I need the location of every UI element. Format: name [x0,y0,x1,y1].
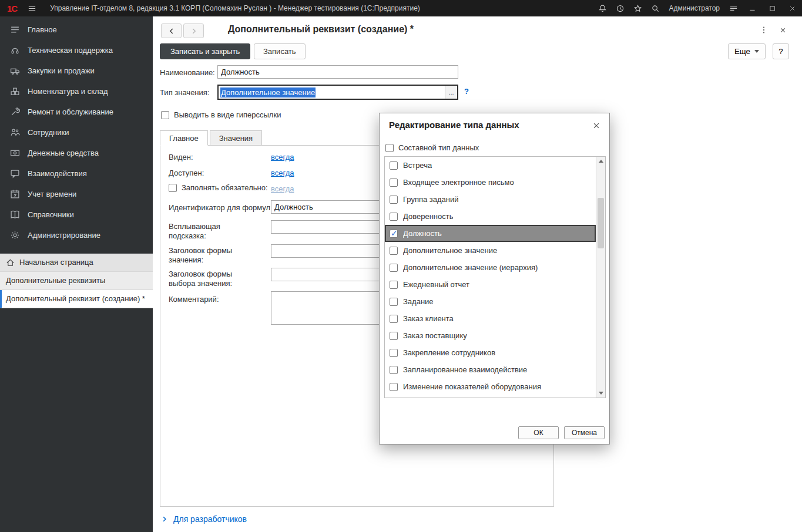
type-item-checkbox[interactable] [390,196,398,204]
type-list-item[interactable]: Доверенность [385,208,596,225]
type-list-item[interactable]: Ежедневный отчет [385,276,596,293]
value-form-title-label: Заголовок формы значения: [169,246,246,265]
forward-button[interactable] [183,23,204,38]
type-item-checkbox[interactable] [390,161,398,170]
save-button[interactable]: Записать [254,43,306,59]
main-menu-button[interactable] [23,0,41,16]
boxes-icon [10,86,20,96]
value-type-choose-button[interactable]: ... [445,86,457,99]
list-scrollbar[interactable] [596,157,605,398]
type-list-item[interactable]: Должность [385,225,596,242]
type-list-item[interactable]: Изменение показателей оборудования [385,378,596,395]
type-item-checkbox[interactable] [390,213,398,221]
sidebar-item-time-tracking[interactable]: Учет времени [0,184,153,204]
dialog-title: Редактирование типа данных [389,120,519,130]
type-list-item[interactable]: Задание [385,293,596,310]
sidebar-item-purchases-sales[interactable]: Закупки и продажи [0,60,153,81]
type-list-item[interactable]: Заказ клиента [385,310,596,327]
cancel-button[interactable]: Отмена [564,426,605,439]
type-item-checkbox[interactable] [390,179,398,187]
type-item-checkbox[interactable] [390,298,398,306]
required-label: Заполнять обязательно: [182,183,268,192]
current-user[interactable]: Администратор [664,4,724,12]
value-type-input[interactable]: Дополнительное значение ... [217,85,458,100]
sidebar-item-tech-support[interactable]: Техническая поддержка [0,40,153,60]
sidebar-item-label: Денежные средства [28,149,99,157]
titlebar-right: Администратор [593,0,802,16]
hamburger-icon [28,4,36,13]
type-item-checkbox[interactable] [390,230,398,238]
required-checkbox[interactable] [169,184,177,192]
tab-values[interactable]: Значения [210,130,262,146]
open-window-additional-attribute-create[interactable]: Дополнительный реквизит (создание) * [0,290,153,308]
sidebar-item-administration[interactable]: Администрирование [0,225,153,245]
type-list-item[interactable]: Заказ поставщику [385,327,596,344]
hyperlink-checkbox[interactable] [161,111,169,119]
required-value-link[interactable]: всегда [271,184,294,193]
ok-button[interactable]: ОК [518,426,559,439]
sidebar-item-nomenclature-warehouse[interactable]: Номенклатура и склад [0,81,153,102]
back-button[interactable] [161,23,182,38]
type-list-item[interactable]: Инвентаризация [385,395,596,398]
sidebar-item-main[interactable]: Главное [0,19,153,40]
name-input[interactable] [217,65,458,79]
visible-value-link[interactable]: всегда [271,153,294,161]
type-item-checkbox[interactable] [390,366,398,374]
choice-form-title-label: Заголовок формы выбора значения: [169,270,246,289]
people-icon [10,127,20,137]
minimize-icon [749,5,756,12]
maximize-button[interactable] [762,0,782,16]
sidebar-item-label: Сотрудники [28,128,69,137]
help-button[interactable]: ? [773,43,789,59]
scrollbar-thumb[interactable] [598,198,604,248]
type-list-item[interactable]: Группа заданий [385,191,596,208]
name-label: Наименование: [160,68,215,77]
type-list-item[interactable]: Встреча [385,157,596,174]
form-close-button[interactable] [776,23,789,36]
home-page-item[interactable]: Начальная страница [0,254,153,272]
value-type-help-link[interactable]: ? [464,87,469,96]
page-title: Дополнительный реквизит (создание) * [228,24,414,35]
more-button[interactable]: Еще [728,43,766,59]
type-item-checkbox[interactable] [390,315,398,323]
type-item-checkbox[interactable] [390,349,398,357]
type-list-item[interactable]: Входящее электронное письмо [385,174,596,191]
open-window-label: Начальная страница [19,258,93,267]
type-item-checkbox[interactable] [390,264,398,272]
scrollbar-down-button[interactable] [596,389,605,398]
notifications-button[interactable] [593,0,611,16]
sidebar-item-catalogs[interactable]: Справочники [0,204,153,225]
for-developers-expander[interactable]: Для разработчиков [161,514,247,524]
type-list-item[interactable]: Запланированное взаимодействие [385,361,596,378]
dialog-close-button[interactable] [590,120,602,132]
sidebar-item-money[interactable]: Денежные средства [0,143,153,163]
composite-type-checkbox[interactable] [385,144,394,152]
type-list-item[interactable]: Дополнительное значение (иерархия) [385,259,596,276]
type-item-checkbox[interactable] [390,247,398,255]
type-item-checkbox[interactable] [390,332,398,340]
history-button[interactable] [611,0,629,16]
favorites-button[interactable] [629,0,646,16]
type-list-item[interactable]: Дополнительное значение [385,242,596,259]
available-value-link[interactable]: всегда [271,169,294,177]
main-section-icon [10,25,20,35]
sidebar-item-repair-service[interactable]: Ремонт и обслуживание [0,102,153,122]
form-more-menu-button[interactable] [757,23,770,36]
save-and-close-button[interactable]: Записать и закрыть [160,43,250,59]
minimize-button[interactable] [742,0,762,16]
sidebar-item-employees[interactable]: Сотрудники [0,122,153,143]
search-button[interactable] [646,0,664,16]
close-window-button[interactable] [782,0,802,16]
type-item-label: Доверенность [403,212,453,221]
required-checkbox-row[interactable]: Заполнять обязательно: [169,183,268,192]
type-item-checkbox[interactable] [390,383,398,391]
open-window-additional-attributes[interactable]: Дополнительные реквизиты [0,272,153,290]
sidebar-item-interactions[interactable]: Взаимодействия [0,163,153,184]
service-menu-button[interactable] [724,0,742,16]
type-list-item[interactable]: Закрепление сотрудников [385,344,596,361]
hyperlink-checkbox-row[interactable]: Выводить в виде гиперссылки [161,110,281,119]
scrollbar-up-button[interactable] [596,157,605,166]
tab-main[interactable]: Главное [160,130,208,146]
type-item-checkbox[interactable] [390,281,398,289]
composite-type-checkbox-row[interactable]: Составной тип данных [385,143,479,152]
